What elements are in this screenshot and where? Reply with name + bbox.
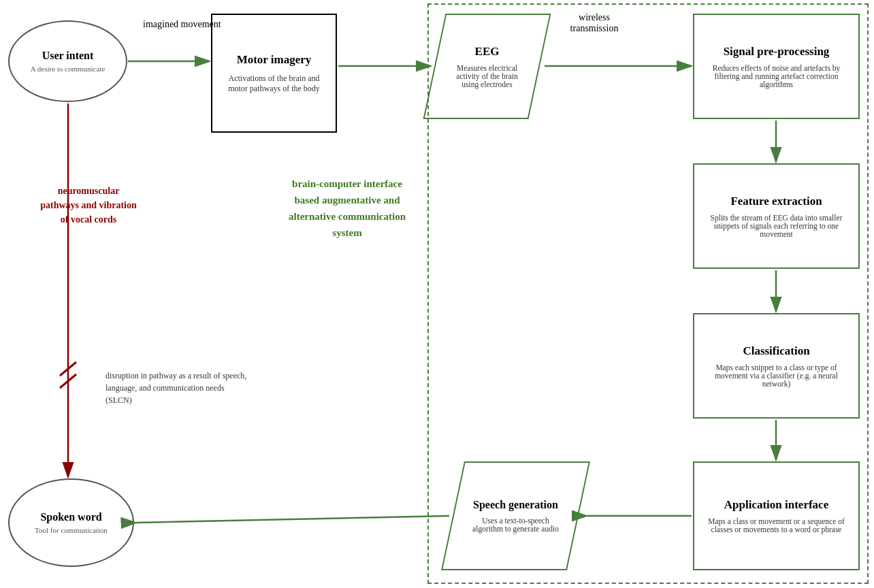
spoken-word-node: Spoken word Tool for communication bbox=[8, 478, 134, 567]
diagram: User intent A desire to communicate Moto… bbox=[0, 0, 874, 588]
signal-title: Signal pre-processing bbox=[724, 45, 830, 59]
app-interface-node: Application interface Maps a class or mo… bbox=[693, 461, 860, 570]
speech-generation-node: Speech generation Uses a text-to-speech … bbox=[453, 461, 579, 570]
user-intent-node: User intent A desire to communicate bbox=[8, 20, 127, 102]
motor-imagery-node: Motor imagery Activations of the brain a… bbox=[211, 14, 337, 133]
class-desc: Maps each snippet to a class or type of … bbox=[701, 363, 852, 388]
feature-title: Feature extraction bbox=[730, 195, 822, 208]
svg-line-10 bbox=[136, 516, 449, 523]
speech-desc: Uses a text-to-speech algorithm to gener… bbox=[466, 517, 565, 533]
class-title: Classification bbox=[743, 344, 809, 358]
spoken-word-subtitle: Tool for communication bbox=[35, 526, 108, 534]
motor-imagery-desc: Activations of the brain and motor pathw… bbox=[219, 74, 329, 94]
svg-line-12 bbox=[60, 362, 76, 376]
imagined-movement-label: imagined movement bbox=[143, 19, 221, 30]
speech-title: Speech generation bbox=[473, 499, 558, 511]
signal-desc: Reduces effects of noise and artefacts b… bbox=[701, 64, 852, 88]
wireless-transmission-label: wireless transmission bbox=[557, 12, 632, 34]
feature-extraction-node: Feature extraction Splits the stream of … bbox=[693, 163, 860, 269]
disruption-label: disruption in pathway as a result of spe… bbox=[106, 370, 248, 406]
neuromuscular-label: neuromuscular pathways and vibration of … bbox=[37, 184, 140, 227]
eeg-title: EEG bbox=[475, 45, 500, 59]
feature-desc: Splits the stream of EEG data into small… bbox=[701, 214, 852, 238]
svg-line-13 bbox=[60, 374, 76, 388]
bci-label: brain-computer interface based augmentat… bbox=[279, 176, 415, 241]
user-intent-title: User intent bbox=[42, 50, 94, 62]
eeg-desc: Measures electrical activity of the brai… bbox=[448, 64, 526, 88]
classification-node: Classification Maps each snippet to a cl… bbox=[693, 313, 860, 419]
user-intent-subtitle: A desire to communicate bbox=[31, 65, 106, 73]
signal-processing-node: Signal pre-processing Reduces effects of… bbox=[693, 14, 860, 119]
eeg-node: EEG Measures electrical activity of the … bbox=[434, 14, 540, 119]
spoken-word-title: Spoken word bbox=[40, 511, 101, 523]
app-title: Application interface bbox=[724, 498, 828, 512]
motor-imagery-title: Motor imagery bbox=[237, 53, 312, 67]
app-desc: Maps a class or movement or a sequence o… bbox=[701, 517, 852, 534]
